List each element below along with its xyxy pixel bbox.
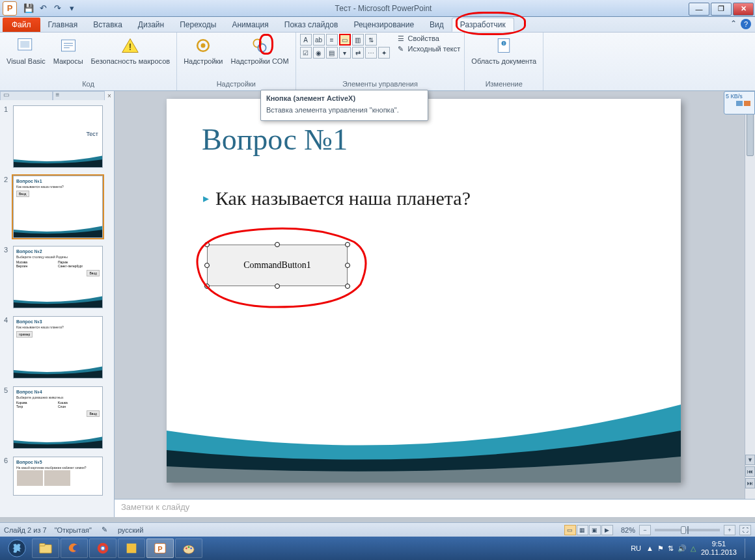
svg-point-6	[253, 39, 261, 47]
ctrl-combobox[interactable]: ▾	[339, 47, 351, 59]
document-panel-button[interactable]: i Область документа	[469, 34, 539, 66]
ctrl-more[interactable]: ⋯	[365, 47, 377, 59]
slide-question: ▸ Как называется наша планета?	[203, 187, 471, 209]
reading-view-button[interactable]: ▣	[589, 525, 601, 535]
ctrl-scrollbar[interactable]: ⇅	[365, 34, 377, 46]
slide-thumb-5[interactable]: Вопрос №4 Выберите домашних животных Кор…	[13, 386, 103, 449]
tray-sound-icon[interactable]: 🔊	[678, 544, 687, 553]
macros-button[interactable]: Макросы	[51, 34, 86, 66]
outline-panel-tab[interactable]: ≡	[53, 91, 105, 100]
addins-button[interactable]: Надстройки	[181, 34, 225, 66]
group-label-controls: Элементы управления	[300, 79, 461, 89]
slide-title: Вопрос №1	[202, 122, 348, 157]
command-button[interactable]: CommandButton1	[207, 245, 348, 286]
ctrl-checkbox[interactable]: ☑	[300, 47, 312, 59]
ctrl-spin[interactable]: ≡	[326, 34, 338, 46]
ctrl-label[interactable]: A	[300, 34, 312, 46]
tab-home[interactable]: Главная	[40, 18, 86, 32]
tab-slideshow[interactable]: Показ слайдов	[277, 18, 346, 32]
bullet-arrow-icon: ▸	[203, 191, 209, 206]
zoom-level[interactable]: 82%	[621, 526, 635, 534]
properties-icon: ☰	[396, 34, 405, 43]
tray-network-icon[interactable]: ⇅	[668, 544, 674, 553]
prev-slide-icon[interactable]: ⏮	[745, 466, 755, 477]
ctrl-textbox[interactable]: ab	[313, 34, 325, 46]
ribbon-collapse-icon[interactable]: ⌃	[730, 19, 737, 28]
slide-canvas[interactable]: Вопрос №1 ▸ Как называется наша планета?…	[167, 99, 681, 483]
file-tab[interactable]: Файл	[3, 18, 40, 32]
save-icon[interactable]: 💾	[22, 2, 35, 15]
com-addins-button[interactable]: Надстройки COM	[228, 34, 291, 66]
ctrl-option[interactable]: ◉	[313, 47, 325, 59]
tray-drive-icon[interactable]: △	[691, 544, 696, 553]
start-button[interactable]	[3, 538, 31, 559]
normal-view-button[interactable]: ▭	[564, 525, 576, 535]
group-label-code: Код	[4, 79, 172, 89]
panel-close-icon[interactable]: ×	[105, 91, 114, 100]
svg-rect-1	[20, 41, 29, 48]
vertical-scrollbar[interactable]: ▲ ▼ ⏮ ⏭	[745, 91, 755, 499]
maximize-button[interactable]: ❐	[711, 3, 732, 16]
next-slide-icon[interactable]: ⏭	[745, 478, 755, 488]
slide-thumb-3[interactable]: Вопрос №2 Выберите столицу нашей Родины …	[13, 246, 103, 308]
tray-lang[interactable]: RU	[631, 544, 641, 552]
ribbon: Visual Basic Макросы ! Безопасность макр…	[0, 33, 755, 91]
zoom-in-button[interactable]: +	[724, 525, 735, 535]
titlebar: P 💾 ↶ ↷ ▾ Тест - Microsoft PowerPoint — …	[0, 0, 755, 17]
status-lang[interactable]: русский	[118, 526, 143, 534]
taskbar-firefox[interactable]	[61, 539, 88, 558]
tab-transitions[interactable]: Переходы	[172, 18, 224, 32]
slide-thumb-4[interactable]: Вопрос №3 Как называется наша планета? п…	[13, 316, 103, 379]
redo-icon[interactable]: ↷	[51, 2, 64, 15]
ctrl-image[interactable]: ▥	[352, 34, 364, 46]
properties-button[interactable]: ☰Свойства	[396, 34, 461, 43]
close-button[interactable]: ✕	[733, 3, 754, 16]
taskbar-explorer[interactable]	[32, 539, 59, 558]
qat-more-icon[interactable]: ▾	[65, 2, 78, 15]
macro-security-button[interactable]: ! Безопасность макросов	[89, 34, 173, 66]
slide-thumb-1[interactable]: Тест	[13, 105, 103, 168]
notes-pane[interactable]: Заметки к слайду	[115, 499, 755, 517]
spellcheck-icon[interactable]: ✎	[100, 526, 110, 535]
command-button-selection[interactable]: CommandButton1	[207, 245, 348, 286]
scroll-down-icon[interactable]: ▼	[745, 455, 755, 465]
taskbar-chrome[interactable]	[89, 539, 117, 558]
slideshow-view-button[interactable]: ▶	[601, 525, 613, 535]
zoom-out-button[interactable]: −	[639, 525, 651, 535]
thumbnail-list[interactable]: 1 Тест 2 Вопрос №1 Как называется наша п…	[0, 100, 114, 517]
sorter-view-button[interactable]: ▦	[577, 525, 588, 535]
slide-thumb-6[interactable]: Вопрос №5 На какой картинке изображен ка…	[13, 457, 103, 496]
show-desktop-button[interactable]	[745, 539, 750, 558]
view-code-button[interactable]: ✎Исходный текст	[396, 44, 461, 53]
system-tray: RU ▲ ⚑ ⇅ 🔊 △ 9:51 20.11.2013	[631, 539, 752, 558]
tray-clock[interactable]: 9:51 20.11.2013	[701, 540, 737, 557]
undo-icon[interactable]: ↶	[36, 2, 49, 15]
slides-panel-tab[interactable]: ▭	[0, 91, 53, 100]
taskbar-app1[interactable]	[118, 539, 145, 558]
tooltip: Кнопка (элемент ActiveX) Вставка элемент…	[260, 90, 428, 121]
tab-view[interactable]: Вид	[422, 18, 452, 32]
taskbar-paint[interactable]	[175, 539, 202, 558]
ctrl-toggle[interactable]: ⇄	[352, 47, 364, 59]
ctrl-command-button[interactable]: ▭	[339, 34, 351, 46]
tray-up-icon[interactable]: ▲	[646, 544, 653, 552]
minimize-button[interactable]: —	[689, 3, 709, 16]
ctrl-listbox[interactable]: ▤	[326, 47, 338, 59]
taskbar-powerpoint[interactable]: P	[146, 539, 174, 558]
help-icon[interactable]: ?	[741, 19, 751, 29]
tooltip-body: Вставка элемента управления "кнопка".	[261, 103, 428, 116]
tab-animation[interactable]: Анимация	[224, 18, 276, 32]
tab-review[interactable]: Рецензирование	[346, 18, 422, 32]
tab-insert[interactable]: Вставка	[85, 18, 130, 32]
tab-design[interactable]: Дизайн	[130, 18, 172, 32]
visual-basic-button[interactable]: Visual Basic	[4, 34, 48, 66]
svg-rect-11	[736, 101, 743, 106]
svg-point-7	[258, 44, 266, 51]
zoom-slider[interactable]	[655, 529, 720, 531]
fit-window-button[interactable]: ⛶	[739, 525, 751, 535]
svg-rect-20	[127, 544, 137, 553]
tab-developer[interactable]: Разработчик	[452, 18, 514, 32]
ctrl-other[interactable]: ✦	[378, 47, 390, 59]
slide-thumb-2[interactable]: Вопрос №1 Как называется наша планета? В…	[13, 176, 103, 238]
tray-flag-icon[interactable]: ⚑	[657, 544, 664, 553]
